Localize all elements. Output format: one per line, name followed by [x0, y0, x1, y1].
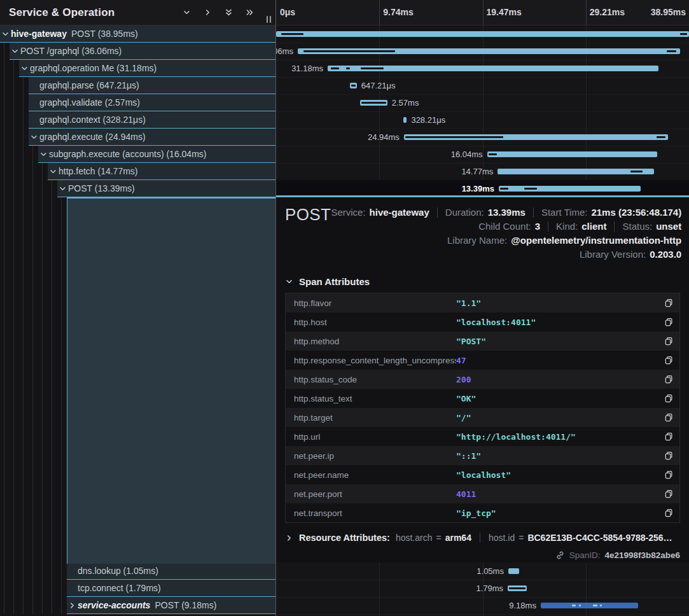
- selected-span-expanded-area[interactable]: [67, 197, 275, 564]
- span-duration-label: 31.18ms: [291, 60, 323, 77]
- indent-guide: [23, 111, 24, 129]
- span-duration-label: 1.05ms: [477, 563, 504, 580]
- tree-row-subgraph.execute[interactable]: subgraph.execute (accounts) (16.04ms): [0, 146, 275, 163]
- expand-one-icon[interactable]: [177, 3, 196, 22]
- span-bar[interactable]: [498, 169, 654, 174]
- span-bar[interactable]: [360, 100, 387, 106]
- tree-row-dns.lookup[interactable]: dns.lookup (1.05ms): [0, 563, 275, 580]
- attribute-row: http.response_content_length_uncompresse…: [286, 351, 679, 370]
- span-bar[interactable]: [487, 151, 657, 157]
- copy-icon[interactable]: [658, 413, 679, 422]
- span-bar[interactable]: [350, 83, 357, 88]
- tree-row-post[interactable]: POST /graphql (36.06ms): [0, 43, 275, 60]
- copy-icon[interactable]: [658, 394, 679, 403]
- tree-row-http.fetch[interactable]: http.fetch (14.77ms): [0, 163, 275, 180]
- span-bar[interactable]: [276, 31, 689, 37]
- copy-icon[interactable]: [658, 451, 679, 460]
- panel-divider[interactable]: [275, 0, 276, 616]
- waterfall-row: 1.79ms: [276, 580, 689, 598]
- resource-attributes-row[interactable]: Resource Attributes: host.arch=arm64host…: [285, 533, 680, 543]
- indent-guide: [13, 111, 14, 129]
- span-label: graphql.validate (2.57ms): [39, 97, 140, 108]
- tree-row-graphql.context[interactable]: graphql.context (328.21μs): [0, 111, 275, 129]
- resource-pair-host-id: host.id=BC62E13B-C4CC-5854-9788-256…: [489, 533, 672, 543]
- span-meta-line: Library Name:@opentelemetry/instrumentat…: [447, 235, 681, 246]
- indent-guide: [13, 77, 14, 94]
- copy-icon[interactable]: [658, 375, 679, 384]
- expand-all-icon[interactable]: [219, 3, 238, 22]
- attribute-row: net.peer.ip"::1": [286, 446, 679, 465]
- copy-icon[interactable]: [658, 337, 679, 346]
- copy-icon[interactable]: [658, 356, 679, 365]
- chevron-down-icon[interactable]: [48, 167, 59, 176]
- span-bar[interactable]: [541, 603, 638, 608]
- panel-resize-grip[interactable]: [267, 16, 271, 23]
- waterfall-row: 14.77ms: [276, 163, 689, 181]
- copy-icon[interactable]: [658, 432, 679, 441]
- chevron-down-icon[interactable]: [19, 64, 30, 73]
- attribute-row: net.transport"ip_tcp": [286, 503, 679, 522]
- span-bar[interactable]: [404, 134, 669, 140]
- span-label: graphql.parse (647.21μs): [39, 80, 139, 90]
- indent-guide: [52, 180, 52, 197]
- attribute-row: http.method"POST": [286, 332, 679, 351]
- span-bar[interactable]: [298, 48, 680, 54]
- chevron-down-icon[interactable]: [38, 150, 49, 158]
- waterfall-row: 24.94ms: [276, 129, 689, 146]
- link-icon[interactable]: [555, 550, 565, 560]
- indent-guide: [4, 163, 4, 180]
- copy-icon[interactable]: [658, 508, 679, 517]
- child-span-mark: [361, 67, 384, 69]
- ruler-tick: 0μs: [280, 0, 295, 25]
- chevron-right-icon: [285, 534, 293, 542]
- child-span-mark: [657, 136, 666, 138]
- tree-row-tcp.connect[interactable]: tcp.connect (1.79ms): [0, 580, 275, 597]
- attribute-key: http.status_code: [286, 375, 456, 384]
- span-bar[interactable]: [508, 568, 520, 574]
- tree-row-post[interactable]: hive-gatewayPOST (38.95ms): [0, 25, 275, 43]
- attribute-value: 47: [456, 356, 658, 365]
- indent-guide: [23, 77, 24, 94]
- indent-guide: [23, 94, 24, 111]
- collapse-all-icon[interactable]: [240, 3, 259, 22]
- copy-icon[interactable]: [658, 318, 679, 326]
- indent-guide: [23, 146, 24, 163]
- indent-guide: [13, 163, 14, 180]
- chevron-down-icon[interactable]: [10, 47, 20, 55]
- indent-guide: [4, 43, 4, 60]
- span-bar[interactable]: [499, 186, 641, 192]
- tree-row-post[interactable]: POST (13.39ms): [0, 180, 275, 197]
- span-bar[interactable]: [403, 117, 407, 123]
- copy-icon[interactable]: [658, 298, 679, 307]
- collapse-one-icon[interactable]: [198, 3, 217, 22]
- span-label: POST /graphql (36.06ms): [20, 46, 122, 56]
- indent-guide: [4, 180, 4, 197]
- service-name: service-accounts: [78, 600, 150, 610]
- span-bar[interactable]: [508, 585, 527, 591]
- chevron-down-icon[interactable]: [57, 185, 68, 193]
- tree-row-graphql.parse[interactable]: graphql.parse (647.21μs): [0, 77, 275, 94]
- chevron-down-icon[interactable]: [0, 30, 11, 38]
- span-bar[interactable]: [328, 66, 658, 71]
- chevron-right-icon[interactable]: [67, 601, 78, 610]
- indent-guide: [42, 163, 43, 180]
- child-span-mark: [630, 171, 642, 172]
- tree-row-graphql.operation[interactable]: graphql.operation Me (31.18ms): [0, 60, 275, 77]
- attribute-row: net.peer.name"localhost": [286, 465, 679, 484]
- tree-row-post[interactable]: service-accountsPOST (9.18ms): [0, 597, 275, 614]
- span-attributes-section-header[interactable]: Span Attributes: [285, 276, 680, 287]
- waterfall-row: 328.21μs: [276, 111, 689, 129]
- child-span-mark: [524, 188, 537, 190]
- attribute-value: 4011: [456, 489, 658, 499]
- span-duration-label: 1.79ms: [476, 580, 503, 597]
- attribute-value: "localhost": [456, 470, 658, 480]
- span-detail-panel: POST Service:hive-gatewayDuration:13.39m…: [276, 197, 689, 563]
- tree-row-graphql.validate[interactable]: graphql.validate (2.57ms): [0, 94, 275, 111]
- copy-icon[interactable]: [658, 470, 679, 479]
- copy-icon[interactable]: [658, 489, 679, 498]
- indent-guide: [32, 146, 33, 163]
- meta-libraryversion: Library Version:0.203.0: [580, 249, 681, 260]
- chevron-down-icon[interactable]: [29, 133, 39, 141]
- child-span-mark: [600, 605, 602, 606]
- tree-row-graphql.execute[interactable]: graphql.execute (24.94ms): [0, 129, 275, 146]
